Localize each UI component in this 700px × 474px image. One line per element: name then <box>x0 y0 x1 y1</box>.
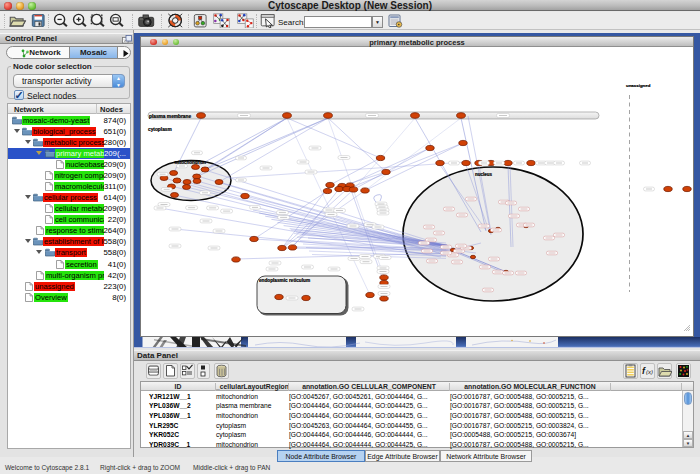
svg-text:unassigned: unassigned <box>626 83 651 88</box>
svg-text:plasma membrane: plasma membrane <box>149 114 191 119</box>
svg-text:mitochondrion: mitochondrion <box>175 160 207 165</box>
svg-text:(x): (x) <box>646 369 653 375</box>
svg-text:nucleus: nucleus <box>475 172 493 177</box>
svg-text:cytoplasm: cytoplasm <box>148 127 172 132</box>
svg-text:endoplasmic reticulum: endoplasmic reticulum <box>259 278 310 283</box>
